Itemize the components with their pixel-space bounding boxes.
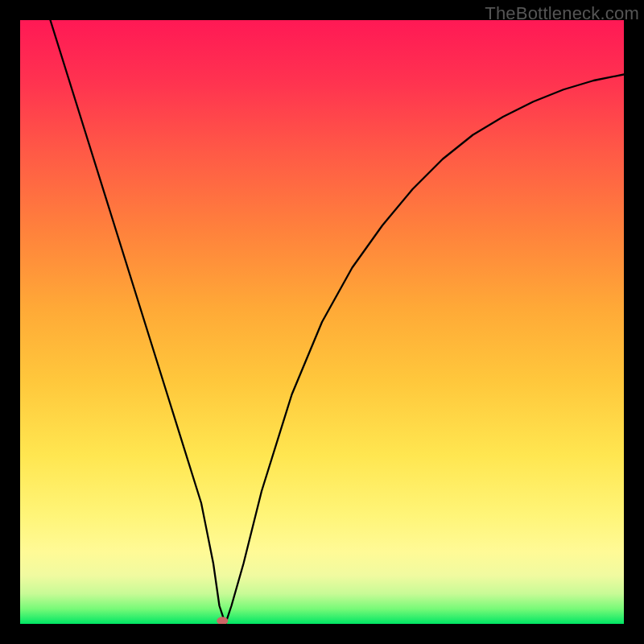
plot-area	[20, 20, 624, 624]
chart-container: TheBottleneck.com	[0, 0, 644, 644]
watermark-text: TheBottleneck.com	[485, 3, 639, 24]
bottleneck-curve	[20, 20, 624, 624]
optimal-point-marker	[217, 617, 228, 624]
